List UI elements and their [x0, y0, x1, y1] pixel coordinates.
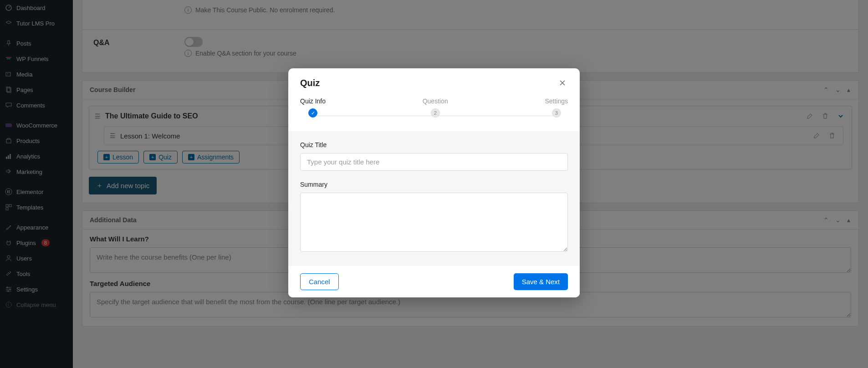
- quiz-modal: Quiz Quiz Info ✓ Question 2 Settings 3: [288, 68, 580, 297]
- cancel-button[interactable]: Cancel: [300, 273, 339, 290]
- summary-textarea[interactable]: [300, 193, 568, 252]
- save-next-button[interactable]: Save & Next: [514, 273, 568, 290]
- modal-stepper: Quiz Info ✓ Question 2 Settings 3: [288, 93, 580, 131]
- step-quiz-info[interactable]: Quiz Info ✓: [300, 97, 326, 118]
- close-icon[interactable]: [557, 77, 568, 88]
- step-question[interactable]: Question 2: [423, 97, 448, 118]
- summary-label: Summary: [300, 181, 568, 188]
- step-settings[interactable]: Settings 3: [545, 97, 568, 118]
- quiz-title-input[interactable]: [300, 153, 568, 171]
- quiz-title-label: Quiz Title: [300, 141, 568, 148]
- modal-overlay[interactable]: Quiz Quiz Info ✓ Question 2 Settings 3: [0, 0, 868, 368]
- check-icon: ✓: [308, 108, 317, 118]
- modal-title: Quiz: [300, 78, 320, 88]
